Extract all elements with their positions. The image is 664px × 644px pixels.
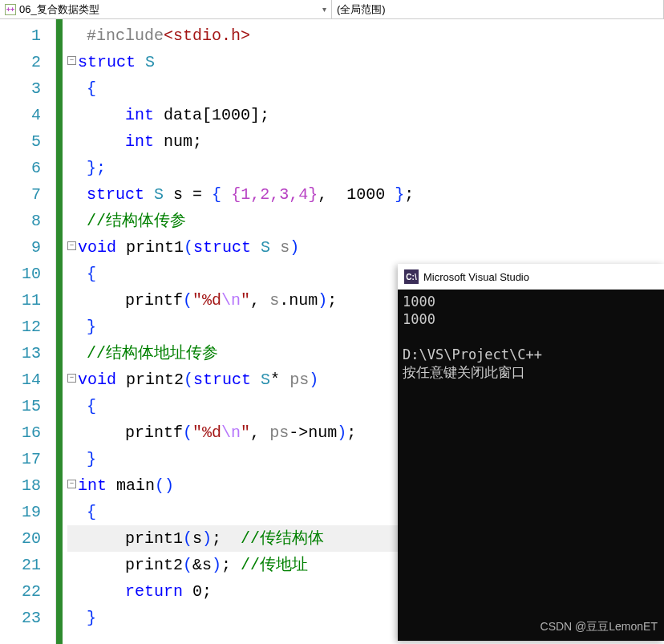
top-bar: ++ 06_复合数据类型 ▾ (全局范围) [0, 0, 664, 19]
file-label: 06_复合数据类型 [19, 2, 99, 17]
line-number-gutter: 1 2 3 4 5 6 7 8 9 10 11 12 13 14 15 16 1… [0, 19, 56, 644]
code-line[interactable]: −void print1(struct S s) [67, 234, 664, 261]
line-number: 9 [0, 234, 41, 261]
console-line: 按任意键关闭此窗口 [403, 364, 525, 380]
fold-toggle-icon[interactable]: − [67, 56, 76, 65]
console-title: Microsoft Visual Studio [423, 271, 529, 283]
change-indicator-bar [56, 19, 63, 644]
line-number: 14 [0, 367, 41, 393]
fold-toggle-icon[interactable]: − [67, 374, 76, 383]
line-number: 20 [0, 525, 41, 552]
line-number: 13 [0, 340, 41, 367]
cpp-file-icon: ++ [5, 4, 16, 15]
line-number: 21 [0, 552, 41, 578]
line-number: 15 [0, 393, 41, 419]
line-number: 5 [0, 128, 41, 155]
line-number: 6 [0, 155, 41, 181]
line-number: 4 [0, 102, 41, 128]
file-dropdown[interactable]: ++ 06_复合数据类型 ▾ [0, 0, 332, 18]
line-number: 18 [0, 472, 41, 499]
line-number: 2 [0, 49, 41, 75]
line-number: 16 [0, 419, 41, 446]
console-line: 1000 [403, 294, 435, 310]
code-line[interactable]: //结构体传参 [67, 208, 664, 234]
console-output[interactable]: 1000 1000 D:\VS\Project\C++ 按任意键关闭此窗口 [398, 290, 664, 384]
chevron-down-icon: ▾ [322, 5, 326, 14]
fold-toggle-icon[interactable]: − [67, 480, 76, 488]
scope-dropdown[interactable]: (全局范围) [332, 0, 664, 18]
scope-label: (全局范围) [337, 2, 386, 17]
vs-console-icon: C:\ [404, 269, 419, 284]
console-line: 1000 [403, 311, 435, 327]
line-number: 8 [0, 208, 41, 234]
line-number: 1 [0, 22, 41, 49]
code-line[interactable]: #include<stdio.h> [67, 22, 664, 49]
code-line[interactable]: struct S s = { {1,2,3,4}, 1000 }; [67, 181, 664, 208]
console-titlebar[interactable]: C:\ Microsoft Visual Studio [398, 264, 664, 290]
line-number: 11 [0, 287, 41, 314]
console-line: D:\VS\Project\C++ [403, 346, 542, 363]
line-number: 10 [0, 261, 41, 287]
code-line[interactable]: −struct S [67, 49, 664, 75]
line-number: 22 [0, 578, 41, 605]
line-number: 23 [0, 605, 41, 631]
line-number: 7 [0, 181, 41, 208]
watermark-text: CSDN @豆豆LemonET [541, 620, 658, 634]
line-number: 12 [0, 314, 41, 340]
line-number: 17 [0, 446, 41, 472]
fold-toggle-icon[interactable]: − [67, 241, 76, 250]
line-number: 3 [0, 75, 41, 102]
code-line[interactable]: }; [67, 155, 664, 181]
line-number: 19 [0, 499, 41, 525]
code-line[interactable]: { [67, 75, 664, 102]
code-line[interactable]: int num; [67, 128, 664, 155]
code-line[interactable]: int data[1000]; [67, 102, 664, 128]
console-window[interactable]: C:\ Microsoft Visual Studio 1000 1000 D:… [398, 264, 664, 641]
